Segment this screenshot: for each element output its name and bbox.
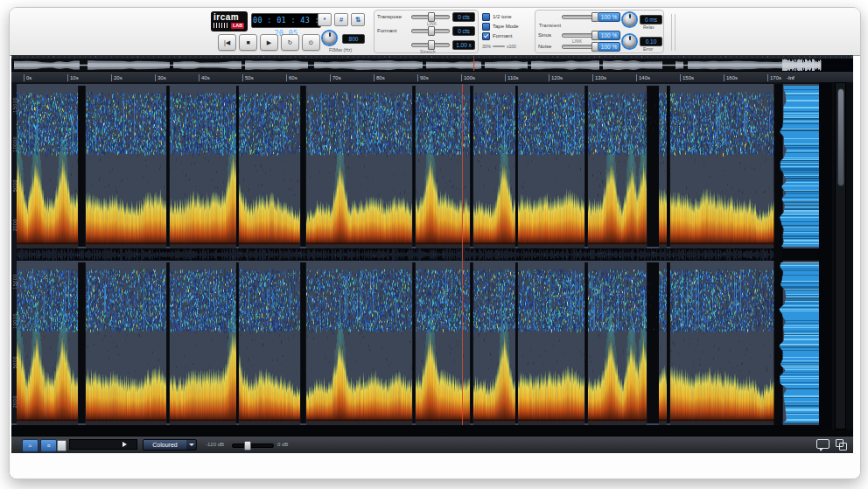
stretch-value: 1.00 x bbox=[452, 40, 475, 50]
toolbar: ircam LAB 00 : 01 : 43 : 20.05 |◀■▶↻⊙ *#… bbox=[10, 8, 860, 56]
noise-slider[interactable] bbox=[562, 45, 595, 49]
window-footer bbox=[10, 453, 860, 479]
db-slider-thumb[interactable] bbox=[244, 441, 251, 451]
relax-label: Relax bbox=[643, 24, 654, 30]
slider-row: Formant0 cts bbox=[377, 26, 475, 35]
ruler-label: 20s bbox=[111, 74, 122, 81]
loop-button[interactable]: ↻ bbox=[281, 34, 299, 51]
slider-thumb[interactable] bbox=[592, 12, 598, 22]
spectrogram-canvas[interactable] bbox=[11, 82, 832, 430]
layers-icon[interactable] bbox=[836, 439, 848, 450]
ruler-label: 170s bbox=[767, 74, 781, 81]
freq-label: 15000 bbox=[12, 97, 18, 113]
ruler-label: 150s bbox=[680, 74, 694, 81]
sinus-slider[interactable] bbox=[562, 33, 595, 38]
timecode-display: 00 : 01 : 43 : 20.05 bbox=[251, 13, 321, 28]
ruler-label: 160s bbox=[724, 74, 738, 81]
spectrum-view-button[interactable]: ≡ bbox=[40, 439, 57, 452]
transpose-value: 0 cts bbox=[452, 12, 475, 22]
error-knob[interactable] bbox=[623, 35, 636, 48]
slider-thumb[interactable] bbox=[428, 40, 435, 50]
spectrogram-view: 150001000050002000150001000050002000 bbox=[11, 82, 853, 430]
vertical-scrollbar[interactable] bbox=[835, 82, 846, 430]
formant-checkbox[interactable] bbox=[482, 32, 490, 40]
error-label: Error bbox=[643, 46, 653, 52]
options-group: 1/2 toneTape ModeFormant 30% x100 bbox=[482, 12, 529, 49]
scrollbar-thumb[interactable] bbox=[837, 88, 844, 186]
slider-thumb[interactable] bbox=[592, 31, 598, 40]
stretch-min-label: 30% bbox=[482, 44, 491, 49]
waveform-view-button[interactable]: ≈ bbox=[22, 439, 38, 452]
freq-label: 10000 bbox=[12, 313, 18, 329]
time-ruler[interactable]: 0s10s20s30s40s50s60s70s80s90s100s110s120… bbox=[11, 71, 853, 82]
marker-strip[interactable] bbox=[69, 439, 137, 450]
logo-barcode-icon bbox=[214, 23, 229, 28]
transient-slider[interactable] bbox=[562, 15, 595, 19]
f0max-label: F0Max (Hz) bbox=[312, 47, 368, 52]
db-slider[interactable] bbox=[232, 444, 274, 448]
stretch-slider[interactable] bbox=[411, 43, 450, 47]
freeze-button[interactable]: * bbox=[318, 13, 332, 26]
1-2-tone-checkbox[interactable] bbox=[482, 13, 490, 21]
link-toggle[interactable]: LINK bbox=[427, 22, 437, 26]
f0max-value: 800 bbox=[342, 34, 365, 44]
slider-thumb[interactable] bbox=[592, 42, 598, 52]
checkbox-row: 1/2 tone bbox=[482, 12, 529, 21]
palette-value: Coloured bbox=[144, 440, 186, 450]
noise-label: Noise bbox=[538, 44, 559, 49]
pitch-group: Transpose0 ctsFormant0 cts1.00 x LINK St… bbox=[374, 10, 479, 53]
formant-value: 0 cts bbox=[452, 26, 475, 36]
nudge-button[interactable]: ⇅ bbox=[351, 13, 365, 26]
stop-button[interactable]: ■ bbox=[239, 34, 257, 51]
palette-select[interactable]: Coloured bbox=[143, 439, 197, 451]
ruler-label: 120s bbox=[549, 74, 563, 81]
engine-link-toggle[interactable]: LINK bbox=[572, 39, 582, 44]
checkbox-label: Tape Mode bbox=[493, 24, 519, 29]
ruler-right-label: -Inf bbox=[785, 74, 794, 81]
relax-knob[interactable] bbox=[623, 13, 636, 26]
engine-group: 100 %Sinus100 %Noise100 % Transient LINK… bbox=[535, 10, 664, 53]
slider-row: 1.00 x bbox=[377, 40, 475, 49]
stretch-max-label: x100 bbox=[507, 44, 516, 49]
sinus-label: Sinus bbox=[538, 32, 559, 38]
slider-row: 100 % bbox=[538, 12, 620, 21]
ruler-label: 90s bbox=[417, 74, 429, 81]
stretch-range-slider[interactable] bbox=[493, 45, 505, 47]
checkbox-label: 1/2 tone bbox=[493, 14, 512, 19]
checkbox-row: Formant bbox=[482, 31, 529, 40]
slider-thumb[interactable] bbox=[428, 26, 435, 36]
go-to-start-button[interactable]: |◀ bbox=[218, 34, 236, 51]
horizontal-scroll-area[interactable] bbox=[11, 430, 853, 436]
overview-waveform[interactable] bbox=[11, 55, 853, 71]
db-min-label: -120 dB bbox=[206, 442, 224, 447]
pitch-slider-rows: Transpose0 ctsFormant0 cts1.00 x bbox=[374, 12, 478, 54]
formant-slider[interactable] bbox=[411, 29, 450, 33]
error-value: 0.10 bbox=[640, 37, 662, 46]
playhead[interactable] bbox=[462, 84, 463, 425]
slider-thumb[interactable] bbox=[428, 12, 435, 22]
toolbar-grip bbox=[671, 14, 677, 51]
knob-indicator bbox=[329, 32, 331, 37]
transpose-slider[interactable] bbox=[411, 15, 450, 19]
ruler-label: 100s bbox=[461, 74, 475, 81]
ruler-label: 110s bbox=[505, 74, 519, 81]
tape-mode-checkbox[interactable] bbox=[482, 23, 490, 31]
chevron-down-icon bbox=[186, 440, 196, 450]
ruler-label: 80s bbox=[374, 74, 385, 81]
play-button[interactable]: ▶ bbox=[260, 34, 278, 51]
app-window: ircam LAB 00 : 01 : 43 : 20.05 |◀■▶↻⊙ *#… bbox=[9, 7, 861, 479]
ircam-lab-logo: ircam LAB bbox=[211, 11, 248, 31]
knob-indicator bbox=[629, 14, 631, 18]
freq-label: 15000 bbox=[12, 274, 18, 290]
view-buttons: ≈≡ bbox=[22, 439, 57, 452]
f0max-knob[interactable] bbox=[323, 31, 336, 45]
small-button[interactable] bbox=[57, 440, 66, 451]
stretch-range-caption: 30% x100 bbox=[482, 44, 529, 49]
slider-row: Transpose0 cts bbox=[377, 12, 475, 21]
formant-label: Formant bbox=[377, 28, 409, 33]
sharp-button[interactable]: # bbox=[334, 13, 348, 26]
logo-sub: LAB bbox=[231, 23, 244, 29]
freq-label: 2000 bbox=[12, 395, 18, 408]
freq-label: 2000 bbox=[12, 219, 18, 231]
comment-bubble-icon[interactable] bbox=[816, 439, 830, 449]
